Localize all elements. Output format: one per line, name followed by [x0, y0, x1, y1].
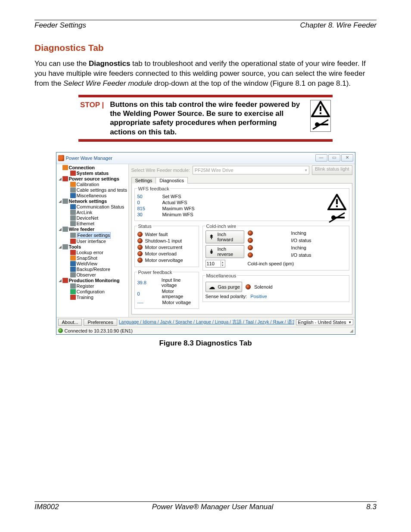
tree-icon: [70, 250, 76, 255]
tree-item[interactable]: ◢Tools: [57, 244, 128, 250]
no-maintenance-icon: [311, 118, 330, 131]
nav-tree[interactable]: ConnectionSystem status◢Power source set…: [56, 164, 129, 317]
tree-item[interactable]: SnapShot: [57, 255, 128, 261]
header-right: Chapter 8. Wire Feeder: [300, 21, 377, 30]
tree-label: ArcLink: [77, 210, 93, 215]
tree-item[interactable]: Miscellaneous: [57, 193, 128, 199]
tree-icon: [70, 283, 76, 289]
sense-polarity-value: Positive: [250, 294, 267, 299]
tree-item[interactable]: Lookup error: [57, 250, 128, 255]
tree-label: Miscellaneous: [77, 193, 107, 199]
tree-icon: [62, 227, 68, 232]
tab-strip: Settings Diagnostics: [131, 177, 352, 184]
tree-label: Wire feeder: [69, 227, 95, 232]
section-title: Diagnostics Tab: [34, 43, 377, 53]
svg-rect-7: [336, 199, 338, 204]
tree-item[interactable]: ◢Wire feeder: [57, 227, 128, 232]
tree-label: DeviceNet: [77, 215, 99, 221]
gas-purge-icon: ☁: [208, 283, 216, 291]
about-button[interactable]: About...: [58, 319, 82, 326]
wfs-label: Actual WFS: [162, 200, 187, 205]
tree-item[interactable]: Feeder settings: [57, 232, 128, 239]
tree-label: Cable settings and tests: [77, 187, 127, 193]
tree-item[interactable]: ◢Power source settings: [57, 176, 128, 182]
figure-caption: Figure 8.3 Diagnostics Tab: [34, 339, 377, 348]
blink-status-button[interactable]: Blink status light: [312, 165, 352, 175]
tree-item[interactable]: Observer: [57, 272, 128, 278]
tree-item[interactable]: DeviceNet: [57, 215, 128, 221]
tree-label: Communication Status: [77, 204, 125, 210]
wfs-row: 30Minimum WFS: [137, 212, 346, 217]
inching-label: Inching: [291, 230, 346, 236]
tree-item[interactable]: Configuration: [57, 289, 128, 295]
tree-icon: [70, 239, 76, 244]
power-row: 39.8Input line voltage: [137, 277, 196, 288]
solenoid-label: Solenoid: [254, 284, 273, 289]
status-row: Water fault: [137, 232, 196, 237]
tree-item[interactable]: Calibration: [57, 182, 128, 187]
inch-forward-button[interactable]: ↟ Inch forward: [206, 230, 244, 243]
tree-label: Observer: [77, 272, 96, 278]
preferences-button[interactable]: Preferences: [84, 319, 117, 326]
tree-icon: [70, 295, 76, 300]
tree-icon: [70, 210, 76, 215]
maximize-button[interactable]: ▭: [328, 154, 340, 162]
tree-item[interactable]: Backup/Restore: [57, 267, 128, 272]
status-bar: Connected to 10.23.10.90 (EN1) ◢: [56, 327, 355, 334]
power-value: 0: [137, 291, 154, 296]
app-icon: [58, 155, 64, 161]
tree-item[interactable]: User interface: [57, 239, 128, 244]
tab-settings[interactable]: Settings: [131, 177, 156, 184]
tree-item[interactable]: System status: [57, 171, 128, 176]
close-button[interactable]: ✕: [341, 154, 353, 162]
tree-label: SnapShot: [77, 255, 97, 261]
wfs-row: 50Set WFS: [137, 194, 346, 199]
inch-reverse-button[interactable]: ↡ Inch reverse: [206, 245, 244, 258]
led-icon: [137, 232, 143, 237]
connection-status-text: Connected to 10.23.10.90 (EN1): [65, 328, 133, 333]
tree-icon: [70, 215, 76, 221]
no-maintenance-icon: [327, 211, 346, 224]
language-link[interactable]: Language / Idioma / Jazyk / Sprache / La…: [119, 319, 294, 325]
gas-purge-button[interactable]: ☁ Gas purge: [206, 282, 242, 292]
header-left: Feeder Settings: [34, 21, 86, 30]
tree-item[interactable]: Communication Status: [57, 204, 128, 210]
titlebar: Power Wave Manager — ▭ ✕: [56, 152, 355, 164]
cold-inch-speed-spinner[interactable]: ▴▾: [206, 260, 225, 268]
led-icon: [246, 284, 251, 289]
minimize-button[interactable]: —: [315, 154, 327, 162]
tree-item[interactable]: Connection: [57, 165, 128, 171]
power-label: Input line voltage: [162, 277, 196, 288]
tree-icon: [70, 187, 76, 193]
stop-text: Buttons on this tab control the wire fee…: [110, 100, 304, 137]
tree-item[interactable]: ArcLink: [57, 210, 128, 215]
resize-grip-icon[interactable]: ◢: [350, 328, 353, 333]
tree-icon: [62, 244, 68, 249]
stop-label: STOP |: [80, 100, 104, 109]
tree-label: Training: [77, 295, 93, 300]
tree-item[interactable]: ◢Network settings: [57, 199, 128, 204]
tree-item[interactable]: Cable settings and tests: [57, 187, 128, 193]
tree-item[interactable]: Training: [57, 295, 128, 300]
tree-item[interactable]: WeldView: [57, 261, 128, 267]
module-select-label: Select Wire Feeder module:: [131, 168, 190, 173]
tree-icon: [70, 233, 76, 238]
led-icon: [137, 245, 143, 250]
tree-label: Configuration: [77, 289, 105, 295]
tree-icon: [62, 176, 68, 181]
tree-item[interactable]: Register: [57, 283, 128, 289]
power-label: Motor amperage: [162, 289, 196, 299]
module-select[interactable]: PF25M Wire Drive: [193, 166, 309, 174]
tree-label: Lookup error: [77, 250, 103, 255]
tree-item[interactable]: Ethernet: [57, 221, 128, 227]
tab-diagnostics[interactable]: Diagnostics: [156, 177, 188, 184]
tree-icon: [70, 255, 76, 261]
misc-legend: Miscellaneous: [206, 273, 237, 278]
stop-callout: STOP | Buttons on this tab control the w…: [78, 95, 333, 142]
connection-dot-icon: [58, 328, 63, 333]
language-select[interactable]: English - United States: [296, 319, 353, 325]
status-legend: Status: [137, 224, 153, 229]
warning-triangle-icon: [311, 101, 330, 117]
cold-inch-speed-input[interactable]: [206, 260, 221, 267]
tree-item[interactable]: ◢Production Monitoring: [57, 278, 128, 283]
